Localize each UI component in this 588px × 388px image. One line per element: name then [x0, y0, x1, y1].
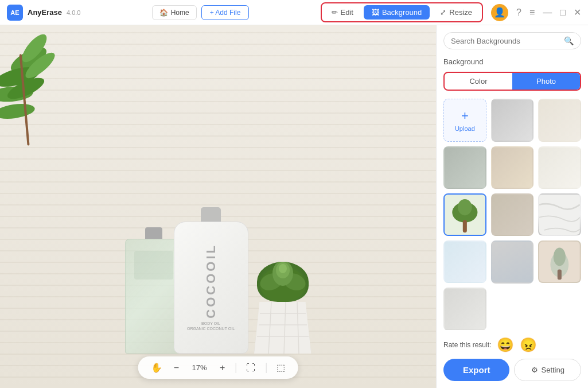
svg-rect-29	[558, 269, 562, 280]
search-icon: 🔍	[564, 36, 574, 45]
titlebar-left: AE AnyErase 4.0.0	[7, 5, 80, 21]
thumbnail-1[interactable]	[491, 99, 534, 142]
thumbnail-3[interactable]	[443, 146, 486, 189]
resize-icon: ⤢	[440, 8, 446, 17]
toolbar-tabs: ✏ Edit 🖼 Background ⤢ Resize	[321, 2, 484, 22]
add-file-button[interactable]: + Add File	[201, 5, 250, 20]
bottom-actions: Rate this result: 😄 😠 Export ⚙ Setting	[443, 337, 581, 381]
background-section-label: Background	[443, 57, 581, 66]
thumbnails-grid: + Upload	[443, 99, 581, 330]
app-logo: AE	[7, 5, 23, 21]
tab-resize[interactable]: ⤢ Resize	[432, 5, 480, 20]
thumbnail-12[interactable]	[443, 288, 486, 330]
cocooil-bottle: COCOOIL BODY OIL ORGANIC COCONUT OIL	[174, 222, 248, 354]
svg-point-6	[0, 102, 36, 121]
product-label: BODY OIL ORGANIC COCONUT OIL	[187, 321, 235, 332]
svg-point-28	[554, 247, 566, 266]
thumbnail-9[interactable]	[443, 240, 486, 284]
pot-svg	[254, 302, 311, 354]
thumbnail-8[interactable]	[538, 193, 581, 236]
angry-emoji-button[interactable]: 😠	[520, 337, 537, 353]
setting-icon: ⚙	[531, 366, 538, 374]
upload-icon: +	[461, 108, 469, 123]
upload-label: Upload	[455, 125, 475, 132]
svg-rect-25	[539, 195, 580, 235]
thumbnail-6[interactable]	[443, 193, 486, 236]
cocooil-body: COCOOIL BODY OIL ORGANIC COCONUT OIL	[174, 222, 248, 354]
search-input[interactable]	[451, 37, 560, 45]
home-button[interactable]: 🏠 Home	[152, 5, 197, 20]
brand-name: COCOOIL	[204, 243, 219, 319]
product-scene: COCOOIL BODY OIL ORGANIC COCONUT OIL	[0, 25, 436, 388]
canvas-area: COCOOIL BODY OIL ORGANIC COCONUT OIL	[0, 25, 436, 388]
search-box: 🔍	[443, 32, 581, 49]
tab-background[interactable]: 🖼 Background	[364, 5, 430, 20]
glass-bottle-cap	[145, 227, 162, 239]
background-icon: 🖼	[372, 8, 379, 17]
cocooil-cap	[201, 207, 221, 222]
app-name: AnyErase	[28, 8, 62, 17]
app-version: 4.0.0	[67, 9, 80, 16]
thumbnail-7[interactable]	[491, 193, 534, 236]
main-layout: COCOOIL BODY OIL ORGANIC COCONUT OIL	[0, 25, 588, 388]
titlebar-right: ✏ Edit 🖼 Background ⤢ Resize 👤 ? ≡ — □ ✕	[321, 2, 581, 22]
happy-emoji-button[interactable]: 😄	[497, 337, 514, 353]
action-row: Export ⚙ Setting	[443, 359, 581, 381]
menu-button[interactable]: ≡	[529, 7, 535, 18]
type-selector: Color Photo	[443, 72, 581, 91]
thumbnail-10[interactable]	[491, 240, 534, 284]
color-type-button[interactable]: Color	[445, 73, 512, 90]
help-button[interactable]: ?	[516, 7, 521, 18]
svg-point-23	[458, 199, 472, 215]
geometric-pot	[254, 302, 311, 354]
titlebar: AE AnyErase 4.0.0 🏠 Home + Add File ✏ Ed…	[0, 0, 588, 25]
profile-avatar[interactable]: 👤	[491, 4, 508, 21]
plant-svg	[257, 262, 309, 302]
maximize-button[interactable]: □	[560, 7, 566, 18]
plant	[257, 262, 309, 302]
thumbnail-5[interactable]	[538, 146, 581, 189]
thumbnail-2[interactable]	[538, 99, 581, 142]
leaves-decoration	[0, 25, 86, 152]
tab-edit[interactable]: ✏ Edit	[324, 5, 361, 20]
close-button[interactable]: ✕	[574, 7, 581, 18]
glass-label	[134, 251, 173, 280]
upload-button[interactable]: + Upload	[443, 99, 486, 142]
leaves-svg	[0, 25, 86, 152]
svg-point-13	[279, 264, 287, 273]
edit-icon: ✏	[332, 8, 338, 17]
svg-marker-14	[254, 302, 311, 354]
setting-button[interactable]: ⚙ Setting	[514, 359, 581, 381]
export-button[interactable]: Export	[443, 359, 509, 381]
rate-label: Rate this result:	[443, 341, 491, 349]
rate-row: Rate this result: 😄 😠	[443, 337, 581, 353]
glass-bottle	[125, 239, 174, 354]
succulent	[254, 262, 311, 354]
thumbnail-11[interactable]	[538, 240, 581, 284]
titlebar-center: 🏠 Home + Add File	[152, 5, 250, 20]
photo-type-button[interactable]: Photo	[512, 73, 580, 90]
thumb-plant2-img	[539, 242, 580, 282]
svg-rect-24	[463, 220, 467, 232]
right-panel: 🔍 Background Color Photo + Upload	[436, 25, 588, 388]
thumb-plant-img	[445, 195, 485, 235]
thumbnail-4[interactable]	[491, 146, 534, 189]
home-icon: 🏠	[159, 9, 168, 17]
minimize-button[interactable]: —	[543, 7, 552, 18]
thumb-marble-img	[539, 195, 580, 235]
